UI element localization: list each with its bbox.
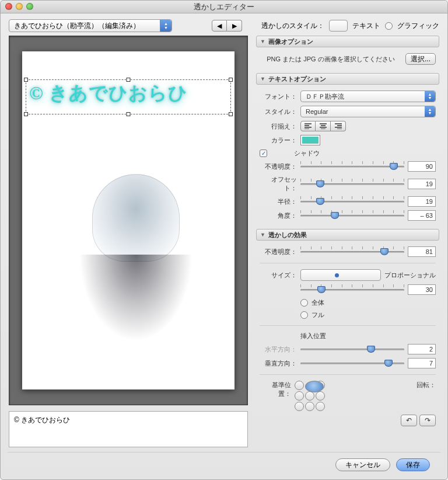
anchor-w[interactable] — [295, 391, 304, 401]
watermark-editor-window: 透かしエディター きあでひおらひ（勘亭流）（編集済み） ▲▼ ◀ ▶ 透かしのス… — [0, 0, 448, 480]
save-button[interactable]: 保存 — [396, 458, 430, 471]
anchor-c[interactable] — [305, 391, 314, 401]
handle-se[interactable] — [229, 112, 233, 116]
cancel-button[interactable]: キャンセル — [335, 458, 390, 471]
shadow-radius-label: 半径： — [260, 197, 297, 206]
selection-box[interactable] — [26, 79, 231, 114]
disclosure-icon: ▼ — [260, 76, 265, 82]
preset-nav: ◀ ▶ — [212, 20, 242, 32]
shadow-label: シャドウ — [294, 149, 320, 158]
font-select[interactable]: ＤＦＰ勘亭流▲▼ — [300, 91, 436, 102]
inset-v-value[interactable]: 7 — [408, 358, 436, 368]
handle-nw[interactable] — [24, 78, 28, 82]
watermark-style-row: 透かしのスタイル： テキスト グラフィック — [261, 20, 439, 32]
preview-frame: © きあでひおらひ — [9, 36, 248, 405]
text-options-body: フォント： ＤＦＰ勘亭流▲▼ スタイル： Regular▲▼ 行揃え： — [256, 88, 439, 225]
anchor-nw[interactable] — [295, 381, 304, 390]
left-column: © きあでひおらひ © きあでひおらひ — [9, 36, 248, 447]
zoom-icon[interactable] — [26, 3, 33, 10]
watermark-text-input[interactable]: © きあでひおらひ — [9, 411, 248, 447]
align-left-button[interactable] — [300, 121, 316, 131]
wm-opacity-label: 不透明度： — [260, 248, 297, 256]
style-text-radio[interactable] — [329, 20, 348, 32]
size-fill-label: フル — [312, 311, 324, 319]
anchor-e[interactable] — [316, 391, 325, 401]
align-segmented — [300, 121, 346, 131]
divider — [260, 374, 436, 375]
image-options-header[interactable]: ▼ 画像オプション — [256, 36, 439, 47]
inset-v-label: 垂直方向： — [260, 359, 297, 368]
text-options-title: テキストオプション — [268, 75, 326, 84]
text-options-header[interactable]: ▼ テキストオプション — [256, 73, 439, 85]
wm-opacity-slider[interactable] — [300, 246, 404, 257]
preset-label: きあでひおらひ（勘亭流）（編集済み） — [14, 21, 140, 31]
handle-s[interactable] — [127, 112, 131, 116]
size-fill-radio[interactable] — [300, 311, 308, 319]
right-column: ▼ 画像オプション PNG または JPG の画像を選択してください 選択...… — [256, 36, 439, 447]
size-value[interactable]: 30 — [408, 284, 436, 295]
image-hint: PNG または JPG の画像を選択してください — [260, 55, 402, 64]
footer: キャンセル 保存 — [8, 452, 440, 479]
align-center-button[interactable] — [316, 121, 331, 131]
preview-canvas[interactable]: © きあでひおらひ — [22, 51, 235, 389]
effects-header[interactable]: ▼ 透かしの効果 — [256, 229, 439, 241]
size-slider[interactable] — [300, 284, 404, 295]
close-icon[interactable] — [5, 3, 12, 10]
handle-n[interactable] — [127, 78, 131, 82]
inset-v-slider[interactable] — [300, 358, 404, 368]
shadow-checkbox[interactable]: ✓ — [260, 149, 267, 157]
style-label: スタイル： — [260, 107, 297, 116]
image-options-body: PNG または JPG の画像を選択してください 選択... — [256, 51, 439, 69]
size-proportional-label: プロポーショナル — [384, 271, 436, 280]
effects-body: 不透明度： 81 サイズ： プロポーショナル 30 全体 フル — [256, 244, 439, 431]
inset-h-slider[interactable] — [300, 344, 404, 354]
shadow-angle-value[interactable]: – 63 — [408, 210, 436, 221]
select-arrows-icon: ▲▼ — [425, 91, 435, 102]
shadow-radius-value[interactable]: 19 — [408, 196, 436, 207]
effects-title: 透かしの効果 — [268, 231, 307, 239]
size-fit-radio[interactable] — [300, 299, 308, 307]
rotate-label: 回転： — [416, 381, 436, 389]
rotate-ccw-button[interactable]: ↶ — [401, 415, 417, 426]
preview-image — [75, 174, 197, 348]
rotate-cw-button[interactable]: ↷ — [419, 415, 436, 426]
shadow-opacity-label: 不透明度： — [260, 162, 297, 171]
shadow-angle-slider[interactable] — [300, 210, 404, 221]
image-options-title: 画像オプション — [268, 37, 313, 46]
preset-combo[interactable]: きあでひおらひ（勘亭流）（編集済み） ▲▼ — [9, 19, 172, 32]
size-proportional-radio[interactable] — [300, 269, 381, 281]
combo-arrows-icon: ▲▼ — [160, 20, 172, 32]
handle-sw[interactable] — [24, 112, 28, 116]
choose-image-button[interactable]: 選択... — [405, 53, 436, 65]
top-row: きあでひおらひ（勘亭流）（編集済み） ▲▼ ◀ ▶ 透かしのスタイル： テキスト… — [1, 13, 447, 36]
prev-button[interactable]: ◀ — [212, 20, 227, 32]
select-arrows-icon: ▲▼ — [425, 106, 435, 117]
next-button[interactable]: ▶ — [227, 20, 242, 32]
font-style-select[interactable]: Regular▲▼ — [300, 106, 436, 117]
shadow-radius-slider[interactable] — [300, 196, 404, 207]
anchor-se[interactable] — [316, 402, 325, 411]
inset-header: 挿入位置 — [300, 332, 326, 340]
window-title: 透かしエディター — [194, 2, 254, 12]
style-graphic-radio[interactable] — [385, 22, 393, 30]
size-fit-label: 全体 — [312, 298, 324, 307]
anchor-sw[interactable] — [295, 402, 304, 411]
minimize-icon[interactable] — [16, 3, 23, 10]
inset-h-value[interactable]: 2 — [408, 344, 436, 354]
anchor-s[interactable] — [305, 402, 314, 411]
shadow-offset-slider[interactable] — [300, 179, 404, 189]
shadow-opacity-slider[interactable] — [300, 161, 404, 172]
shadow-offset-value[interactable]: 19 — [408, 179, 436, 189]
align-right-button[interactable] — [331, 121, 346, 131]
inset-h-label: 水平方向： — [260, 345, 297, 354]
align-label: 行揃え： — [260, 122, 297, 131]
handle-ne[interactable] — [229, 78, 233, 82]
anchor-n[interactable] — [305, 381, 324, 392]
shadow-opacity-value[interactable]: 90 — [408, 161, 436, 172]
style-value: Regular — [306, 108, 328, 115]
color-swatch[interactable] — [300, 135, 320, 145]
color-label: カラー： — [260, 136, 297, 145]
wm-opacity-value[interactable]: 81 — [408, 246, 436, 257]
anchor-grid — [295, 381, 325, 411]
disclosure-icon: ▼ — [260, 232, 265, 238]
